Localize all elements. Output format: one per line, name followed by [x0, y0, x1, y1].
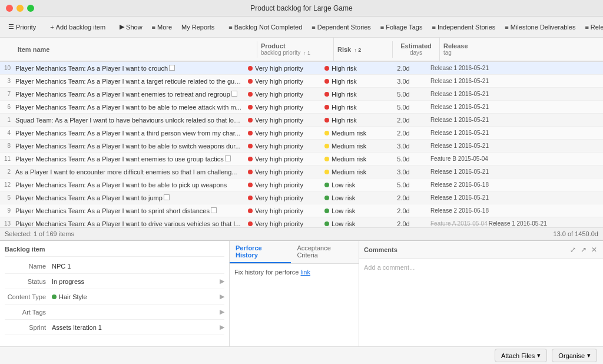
row-checkbox[interactable]: [164, 194, 170, 200]
table-row[interactable]: 8 Player Mechanics Team: As a Player I w…: [0, 140, 603, 153]
detail-panel: Backlog item Name NPC 1 Status In progre…: [0, 241, 230, 346]
comments-body: Add a comment...: [359, 259, 603, 276]
row-risk: Medium risk: [321, 140, 380, 152]
row-days: 3.0d: [380, 75, 427, 87]
row-risk: Low risk: [321, 192, 380, 204]
row-release: Release 2 2016-06-18: [427, 179, 603, 190]
row-number: 5: [0, 194, 13, 201]
row-risk: Low risk: [321, 205, 380, 217]
table-row[interactable]: 2 As a Player I want to encounter more d…: [0, 166, 603, 178]
row-number: 4: [0, 130, 13, 136]
tab-perforce-history[interactable]: Perforce History: [230, 241, 291, 263]
table-row[interactable]: 1 Squad Team: As a Player I want to have…: [0, 114, 603, 127]
row-number: 8: [0, 143, 13, 149]
row-number: 7: [0, 91, 13, 97]
col-header-item-name[interactable]: Item name: [13, 41, 257, 58]
toolbar-backlog-not-completed[interactable]: ≡ Backlog Not Completed: [225, 22, 306, 32]
priority-dot: [248, 131, 253, 135]
table-row[interactable]: 7 Player Mechanics Team: As a Player I w…: [0, 88, 603, 101]
row-release: Feature B 2015-05-04: [427, 153, 603, 164]
toolbar-milestone-deliverables[interactable]: ≡ Milestone Deliverables: [501, 22, 579, 32]
art-tags-arrow-icon: ▶: [220, 308, 224, 316]
row-item-name: Player Mechanics Team: As a Player I wan…: [13, 205, 244, 217]
foliage-icon: ≡: [380, 24, 384, 31]
row-priority: Very high priority: [244, 153, 321, 165]
row-release: Release 1 2016-05-21: [427, 140, 603, 151]
toolbar-release1-status[interactable]: ≡ Release 1 Status: [581, 22, 603, 32]
table-row[interactable]: 11 Player Mechanics Team: As a Player I …: [0, 153, 603, 166]
table-row[interactable]: 4 Player Mechanics Team: As a Player I w…: [0, 127, 603, 140]
priority-dot: [248, 183, 253, 187]
organise-button[interactable]: Organise ▾: [552, 349, 597, 362]
row-priority: Very high priority: [244, 101, 321, 113]
more-icon: ≡: [152, 24, 155, 31]
toolbar-priority[interactable]: ☰ Priority: [5, 21, 39, 32]
close-panel-icon[interactable]: ✕: [590, 244, 598, 255]
close-button[interactable]: [6, 5, 13, 12]
col-header-days[interactable]: Estimated days: [393, 38, 440, 61]
table-row[interactable]: 6 Player Mechanics Team: As a Player I w…: [0, 101, 603, 114]
tab-acceptance-criteria[interactable]: Acceptance Criteria: [291, 241, 359, 263]
minimize-button[interactable]: [16, 5, 24, 12]
toolbar-dependent-stories[interactable]: ≡ Dependent Stories: [308, 22, 375, 32]
toolbar-independent-stories[interactable]: ≡ Independent Stories: [428, 22, 499, 32]
table-row[interactable]: 9 Player Mechanics Team: As a Player I w…: [0, 204, 603, 217]
toolbar-foliage-tags[interactable]: ≡ Foliage Tags: [377, 22, 426, 32]
expand-icon[interactable]: ⤢: [569, 244, 577, 255]
detail-row-sprint[interactable]: Sprint Assets Iteration 1 ▶: [5, 320, 224, 335]
detail-row-content-type[interactable]: Content Type Hair Style ▶: [5, 289, 224, 305]
table-row[interactable]: 3 Player Mechanics Team: As a Player I w…: [0, 75, 603, 88]
perforce-link[interactable]: link: [300, 269, 310, 276]
detail-row-art-tags[interactable]: Art Tags ▶: [5, 305, 224, 320]
external-link-icon[interactable]: ↗: [579, 244, 588, 255]
sprint-arrow-icon: ▶: [220, 323, 224, 331]
row-days: 2.0d: [380, 218, 427, 228]
risk-dot: [324, 79, 329, 84]
row-number: 1: [0, 117, 13, 123]
row-release: Feature A 2015-05-04 Release 1 2016-05-2…: [427, 218, 603, 227]
row-checkbox[interactable]: [211, 207, 217, 213]
table-row[interactable]: 10 Player Mechanics Team: As a Player I …: [0, 62, 603, 75]
priority-dot: [248, 79, 253, 84]
attach-dropdown-icon: ▾: [537, 352, 541, 359]
row-release: Release 1 2016-05-21: [427, 62, 603, 74]
detail-row-status[interactable]: Status In progress ▶: [5, 274, 224, 289]
risk-dot: [324, 221, 329, 226]
row-days: 2.0d: [380, 205, 427, 217]
add-icon: +: [50, 24, 54, 31]
row-number: 12: [0, 181, 13, 188]
row-number: 9: [0, 207, 13, 214]
priority-sort-icon: ↑ 1: [303, 50, 310, 56]
row-risk: High risk: [321, 101, 380, 113]
table-header: Item name Product backlog priority ↑ 1 R…: [0, 38, 603, 62]
priority-icon: ☰: [8, 23, 14, 31]
table-row[interactable]: 5 Player Mechanics Team: As a Player I w…: [0, 191, 603, 204]
row-checkbox[interactable]: [225, 155, 231, 161]
table-row[interactable]: 12 Player Mechanics Team: As a Player I …: [0, 178, 603, 191]
row-number: 10: [0, 65, 13, 71]
col-header-priority[interactable]: Product backlog priority ↑ 1: [257, 38, 334, 61]
toolbar-add[interactable]: + Add backlog item: [47, 22, 109, 32]
toolbar-my-reports[interactable]: My Reports: [178, 22, 218, 32]
show-icon: ▶: [120, 23, 124, 31]
row-days: 3.0d: [380, 166, 427, 178]
row-number: 11: [0, 155, 13, 162]
row-checkbox[interactable]: [169, 65, 175, 71]
risk-dot: [324, 105, 329, 110]
table-row[interactable]: 13 Player Mechanics Team: As a Player I …: [0, 217, 603, 227]
row-item-name: As a Player I want to encounter more dif…: [13, 166, 244, 178]
attach-files-button[interactable]: Attach Files ▾: [495, 349, 547, 362]
priority-dot: [248, 92, 253, 97]
col-header-release[interactable]: Release tag: [440, 38, 603, 61]
row-checkbox[interactable]: [231, 91, 237, 97]
col-header-risk[interactable]: Risk ↑ 2: [334, 41, 393, 58]
maximize-button[interactable]: [27, 5, 34, 12]
row-number: 6: [0, 104, 13, 110]
risk-sort-icon: ↑ 2: [354, 47, 361, 53]
toolbar-show[interactable]: ▶ Show: [116, 21, 146, 32]
comments-header: Comments ⤢ ↗ ✕: [359, 241, 603, 259]
row-risk: Medium risk: [321, 153, 380, 165]
toolbar-more[interactable]: ≡ More: [148, 22, 175, 32]
risk-dot: [324, 183, 329, 187]
row-days: 5.0d: [380, 101, 427, 113]
